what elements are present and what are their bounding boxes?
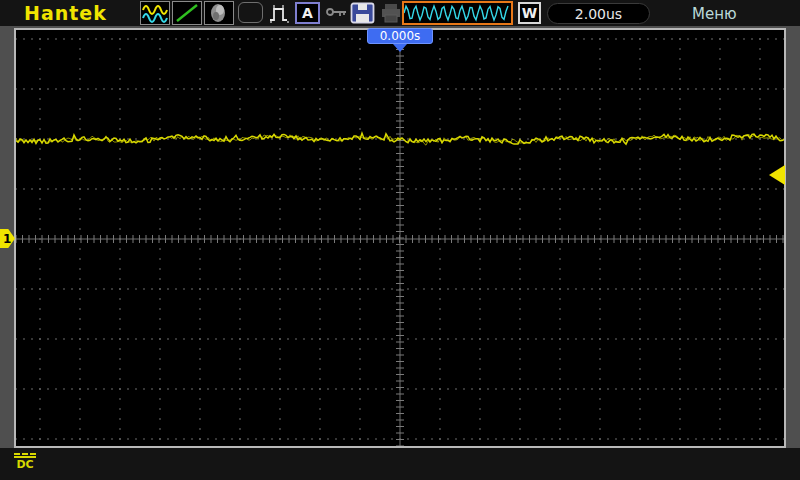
key-glyph xyxy=(325,4,349,20)
graticule-and-trace xyxy=(16,30,784,446)
printer-glyph xyxy=(380,2,402,24)
empty-status-slot xyxy=(238,2,263,23)
auto-trigger-label: A xyxy=(302,5,313,21)
channel1-ground-label: 1 xyxy=(3,232,11,246)
timebase-readout: 2.00us xyxy=(547,3,650,24)
window-mode-icon[interactable]: W xyxy=(518,2,541,24)
print-icon[interactable] xyxy=(380,2,402,24)
waveform-display xyxy=(14,28,786,448)
measure-line-icon[interactable] xyxy=(172,1,202,25)
key-lock-icon[interactable] xyxy=(325,4,349,20)
status-bar: DC 20 2.00V CH1 2.56V 0.00000Hz xyxy=(0,448,800,480)
trigger-position-value: 0.000s xyxy=(380,29,421,43)
hand-glyph xyxy=(205,2,233,24)
trigger-level-marker-icon[interactable] xyxy=(769,165,785,185)
preview-wave-icon xyxy=(404,3,511,23)
timebase-value: 2.00us xyxy=(575,6,622,22)
window-preview[interactable] xyxy=(402,1,513,25)
floppy-glyph xyxy=(350,2,376,24)
dual-waveform-icon xyxy=(141,2,169,24)
trigger-position-tag[interactable]: 0.000s xyxy=(367,28,433,44)
coupling-icon[interactable]: DC xyxy=(14,453,36,470)
brand-logo: Hantek xyxy=(24,2,107,24)
coupling-dashed-line xyxy=(14,453,36,455)
hand-icon[interactable] xyxy=(204,1,234,25)
coupling-label: DC xyxy=(16,458,33,471)
oscilloscope-screen: Hantek A xyxy=(0,0,800,480)
save-icon[interactable] xyxy=(350,2,376,24)
auto-trigger-icon[interactable]: A xyxy=(295,2,320,24)
green-line-icon xyxy=(173,2,201,24)
graticule-frame xyxy=(0,26,800,448)
menu-button[interactable]: Меню xyxy=(692,5,762,23)
window-mode-label: W xyxy=(522,5,537,21)
top-toolbar: Hantek A xyxy=(0,0,800,26)
trigger-position-pointer-icon xyxy=(393,44,407,52)
channels-waveform-icon[interactable] xyxy=(140,1,170,25)
trigger-pulse-icon[interactable] xyxy=(268,2,293,24)
pulse-glyph xyxy=(268,2,293,24)
